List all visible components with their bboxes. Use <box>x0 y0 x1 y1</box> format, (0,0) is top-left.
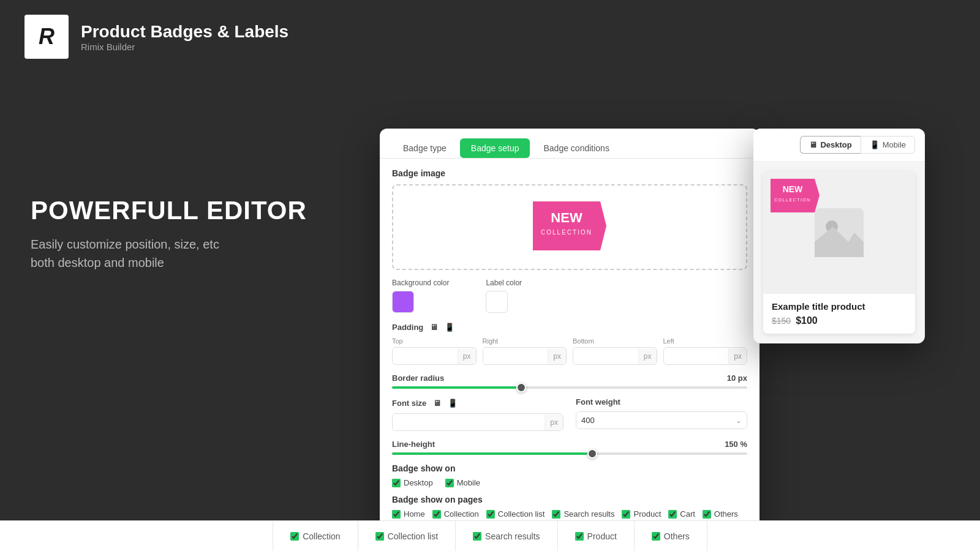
padding-bottom-field[interactable]: 8 <box>573 348 638 364</box>
page-others-item: Others <box>703 509 738 519</box>
page-search-results-checkbox[interactable] <box>552 510 560 519</box>
page-collection-checkbox[interactable] <box>432 510 441 519</box>
product-placeholder-icon <box>815 208 864 257</box>
nav-item-product[interactable]: Product <box>558 521 635 552</box>
badge-show-on-label: Badge show on <box>392 463 747 473</box>
app-subtitle: Rimix Builder <box>81 42 288 52</box>
desktop-icon[interactable]: 🖥 <box>428 321 439 332</box>
badge-show-on-pages-label: Badge show on pages <box>392 495 747 504</box>
font-mobile-icon[interactable]: 📱 <box>447 397 458 408</box>
nav-label-product: Product <box>587 531 617 541</box>
nav-checkbox-others[interactable] <box>652 532 660 541</box>
badge-preview: NEW COLLECTION <box>533 201 606 253</box>
product-badge-svg: NEW COLLECTION <box>771 179 820 212</box>
nav-item-collection[interactable]: Collection <box>273 521 358 552</box>
svg-text:NEW: NEW <box>783 184 803 194</box>
product-card: NEW COLLECTION Example title product $15… <box>763 171 915 334</box>
main-panel: Badge type Badge setup Badge conditions … <box>380 129 760 536</box>
padding-bottom-input[interactable]: 8 px <box>573 347 657 365</box>
label-color-swatch[interactable] <box>486 291 508 313</box>
nav-checkbox-collection-list[interactable] <box>375 532 384 541</box>
header: R Product Badges & Labels Rimix Builder <box>0 0 980 73</box>
badge-svg: NEW COLLECTION <box>533 201 606 250</box>
show-on-mobile-checkbox[interactable] <box>445 479 454 487</box>
padding-left-input[interactable]: 20 px <box>663 347 748 365</box>
page-cart-checkbox[interactable] <box>668 510 677 519</box>
padding-right-group: Right 20 px <box>483 337 567 365</box>
font-size-input[interactable]: 14 px <box>392 413 564 431</box>
line-height-label: Line-height <box>392 440 435 449</box>
padding-left-unit: px <box>728 348 747 364</box>
font-weight-label: Font weight <box>576 397 620 407</box>
padding-top-input[interactable]: 8 px <box>392 347 477 365</box>
line-height-slider[interactable] <box>392 452 747 455</box>
preview-desktop-tab[interactable]: 🖥 Desktop <box>800 136 860 154</box>
page-home-checkbox[interactable] <box>392 510 401 519</box>
nav-checkbox-product[interactable] <box>575 532 584 541</box>
background-color-item: Background color <box>392 279 449 313</box>
tab-badge-conditions[interactable]: Badge conditions <box>532 138 620 158</box>
nav-label-collection-list: Collection list <box>388 531 438 541</box>
preview-panel: 🖥 Desktop 📱 Mobile NEW COLLECTION <box>753 129 925 343</box>
padding-top-field[interactable]: 8 <box>393 348 458 364</box>
border-radius-label-row: Border radius 10 px <box>392 373 747 383</box>
mobile-icon[interactable]: 📱 <box>444 321 455 332</box>
page-search-results-label: Search results <box>564 509 614 519</box>
show-on-checkboxes: Desktop Mobile <box>392 478 747 487</box>
background-color-swatch[interactable] <box>392 291 414 313</box>
page-product-checkbox[interactable] <box>622 510 630 519</box>
page-collection-list-item: Collection list <box>486 509 545 519</box>
padding-left-field[interactable]: 20 <box>664 348 729 364</box>
label-color-item: Label color <box>486 279 522 313</box>
font-size-group: Font size 🖥 📱 14 px <box>392 397 564 431</box>
show-on-desktop-item: Desktop <box>392 478 433 487</box>
padding-right-input[interactable]: 20 px <box>483 347 567 365</box>
svg-text:COLLECTION: COLLECTION <box>541 229 592 236</box>
hero-section: POWERFULL EDITOR Easily customize positi… <box>31 196 307 272</box>
page-others-checkbox[interactable] <box>703 510 711 519</box>
panel-body: Badge image NEW COLLECTION Background co… <box>380 159 760 536</box>
badge-show-on-pages-section: Badge show on pages Home Collection Coll… <box>392 495 747 519</box>
padding-section: Padding 🖥 📱 Top 8 px Right 20 px <box>392 321 747 365</box>
padding-label: Padding <box>392 323 423 332</box>
nav-checkbox-search-results[interactable] <box>473 532 481 541</box>
border-radius-slider[interactable] <box>392 386 747 389</box>
product-image-area: NEW COLLECTION <box>763 171 915 294</box>
logo-box: R <box>24 15 69 59</box>
font-row: Font size 🖥 📱 14 px Font weight 100 200 <box>392 397 747 431</box>
nav-item-collection-list[interactable]: Collection list <box>358 521 456 552</box>
nav-label-others: Others <box>664 531 690 541</box>
select-arrow-icon: ⌄ <box>731 413 747 429</box>
tab-badge-type[interactable]: Badge type <box>392 138 458 158</box>
padding-top-label: Top <box>392 337 477 345</box>
badge-show-on-section: Badge show on Desktop Mobile <box>392 463 747 487</box>
page-collection-list-checkbox[interactable] <box>486 510 495 519</box>
nav-item-search-results[interactable]: Search results <box>456 521 557 552</box>
show-on-desktop-checkbox[interactable] <box>392 479 401 487</box>
padding-label-row: Padding 🖥 📱 <box>392 321 747 332</box>
show-on-mobile-label: Mobile <box>457 478 480 487</box>
page-product-label: Product <box>633 509 661 519</box>
nav-item-others[interactable]: Others <box>635 521 707 552</box>
page-others-label: Others <box>714 509 738 519</box>
preview-mobile-tab[interactable]: 📱 Mobile <box>861 136 915 154</box>
logo-letter: R <box>39 24 55 50</box>
font-weight-select[interactable]: 100 200 300 400 500 600 700 800 900 ⌄ <box>576 411 747 429</box>
nav-checkbox-collection[interactable] <box>290 532 299 541</box>
border-radius-thumb[interactable] <box>516 383 526 392</box>
page-search-results-item: Search results <box>552 509 614 519</box>
tab-badge-setup[interactable]: Badge setup <box>460 138 530 158</box>
nav-label-collection: Collection <box>303 531 340 541</box>
show-on-mobile-item: Mobile <box>445 478 480 487</box>
page-collection-list-label: Collection list <box>498 509 545 519</box>
page-collection-item: Collection <box>432 509 479 519</box>
padding-right-field[interactable]: 20 <box>483 348 548 364</box>
font-desktop-icon[interactable]: 🖥 <box>431 397 442 408</box>
product-title: Example title product <box>772 301 907 312</box>
font-size-field[interactable]: 14 <box>393 414 545 430</box>
border-radius-value: 10 px <box>727 373 747 383</box>
line-height-thumb[interactable] <box>587 449 597 459</box>
app-title: Product Badges & Labels <box>81 22 288 42</box>
border-radius-fill <box>392 386 516 389</box>
font-weight-dropdown[interactable]: 100 200 300 400 500 600 700 800 900 <box>576 412 731 429</box>
